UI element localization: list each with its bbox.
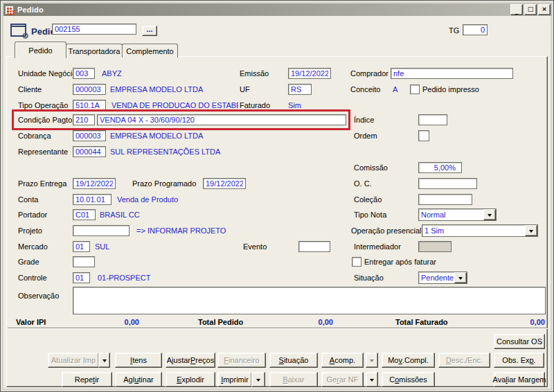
cliente-desc: EMPRESA MODELO LTDA [110,85,203,93]
aglutinar-button[interactable]: Aglutinar [115,372,162,387]
obs-exp-button[interactable]: Obs. Exp. [494,353,544,368]
condicao-pagto-desc-input[interactable] [97,114,346,125]
close-button[interactable]: × [538,4,551,15]
faturado-label: Faturado [240,101,270,109]
mercado-input[interactable] [73,241,90,252]
comissao-input[interactable] [418,162,462,173]
cobranca-label: Cobrança [18,132,51,140]
minimize-button[interactable]: _ [510,4,523,15]
comissao-label: Comissão [354,163,388,172]
imprimir-dropdown-button[interactable] [251,372,265,387]
grade-input[interactable] [73,256,95,267]
chevron-down-icon [256,379,260,384]
mercado-label: Mercado [18,242,48,251]
situacao-value: Pendente [419,272,454,283]
gerar-nf-dropdown-button[interactable] [366,372,378,387]
condicao-pagto-input[interactable] [73,114,95,125]
projeto-hint: => INFORMAR PROJETO [136,226,226,235]
order-lookup-button[interactable]: ... [142,26,157,36]
operacao-presencial-dropdown-button[interactable] [525,225,537,236]
pedido-window: Pedido _ □ × ⚙ Pedido ... TG Pedido Tran… [0,0,554,392]
chevron-down-icon [458,277,463,282]
conta-desc: Venda de Produto [117,195,178,204]
mercado-desc: SUL [95,242,109,251]
oc-label: O. C. [354,179,372,188]
cliente-input[interactable] [73,84,106,95]
comissoes-button[interactable]: Comissões [382,372,435,387]
gear-icon: ⚙ [21,32,29,40]
cobranca-desc: EMPRESA MODELO LTDA [110,132,203,140]
tipo-nota-select[interactable]: Normal [418,208,497,221]
valor-ipi-value: 0,00 [98,318,139,326]
tipo-operacao-input[interactable] [73,100,106,111]
portador-input[interactable] [73,209,96,220]
observacao-label: Observação [18,292,59,300]
ellipsis-icon: ... [146,25,152,33]
situacao-button[interactable]: Situação [269,353,318,368]
mov-compl-button[interactable]: Mov.Compl. [382,353,435,368]
observacao-textarea[interactable] [73,287,546,314]
atualizar-imp-dropdown-button[interactable] [98,353,110,368]
tipo-nota-value: Normal [419,209,483,220]
conta-input[interactable] [73,194,111,205]
emissao-input[interactable] [288,68,331,79]
entregar-apos-faturar-checkbox[interactable] [352,257,361,267]
prazo-programado-input[interactable] [203,178,246,189]
unidade-negocio-input[interactable] [73,68,95,79]
representante-input[interactable] [73,146,106,157]
indice-input[interactable] [418,114,447,125]
tipo-nota-dropdown-button[interactable] [483,209,496,220]
repetir-button[interactable]: Repetir [62,372,112,387]
unidade-negocio-label: Unidade Negócio [18,69,76,78]
oc-input[interactable] [418,178,477,189]
tab-transportadora[interactable]: Transportadora [66,44,123,57]
consultar-os-button[interactable]: Consultar OS [494,334,545,349]
itens-button[interactable]: Itens [115,353,162,368]
faturado-value: Sim [288,101,301,109]
tab-pedido-label: Pedido [28,46,52,55]
order-number-input[interactable] [52,24,136,35]
tab-pedido[interactable]: Pedido [15,42,66,58]
baixar-button: Baixar [269,372,318,387]
uf-input[interactable] [288,84,312,95]
operacao-presencial-select[interactable]: 1 Sim [422,224,538,237]
maximize-button[interactable]: □ [524,4,537,15]
chevron-down-icon [529,230,533,235]
chevron-down-icon [370,359,374,364]
acomp-dropdown-button[interactable] [366,353,378,368]
projeto-input[interactable] [73,225,129,236]
controle-input[interactable] [73,272,90,283]
total-faturado-label: Total Faturado [395,318,448,326]
comprador-input[interactable] [391,68,513,79]
order-form-icon: ⚙ [10,24,26,37]
representante-label: Representante [18,148,68,156]
conta-label: Conta [18,195,38,204]
cobranca-input[interactable] [73,130,106,141]
tipo-operacao-label: Tipo Operação [18,101,68,109]
valor-ipi-label: Valor IPI [16,318,46,326]
avaliar-margem-button[interactable]: Avaliar Margem [494,372,545,387]
chevron-down-icon [370,379,374,384]
colecao-input[interactable] [418,194,472,205]
tab-complemento[interactable]: Complemento [122,44,178,57]
evento-input[interactable] [298,241,330,252]
representante-desc: SUL REPRESENTAÇÕES LTDA [110,148,220,156]
explodir-button[interactable]: Explodir [166,372,215,387]
total-faturado-value: 0,00 [503,318,545,326]
condicao-pagto-label: Condição Pagto. [18,116,74,124]
gerar-nf-button: Gerar NF [321,372,364,387]
tab-complemento-label: Complemento [126,47,173,55]
situacao-dropdown-button[interactable] [454,272,467,283]
ordem-input[interactable] [418,130,429,141]
pedido-impresso-checkbox[interactable] [410,84,420,94]
pedido-impresso-label: Pedido impresso [422,85,479,93]
ajustar-precos-button[interactable]: Ajustar Preços [166,353,215,368]
chevron-down-icon [488,214,492,219]
situacao-select[interactable]: Pendente [418,271,467,284]
prazo-entrega-input[interactable] [73,178,116,189]
imprimir-button[interactable]: Imprimir [217,372,252,387]
tg-input[interactable] [463,24,488,35]
minimize-icon: _ [515,8,519,15]
acomp-button[interactable]: Acomp. [321,353,364,368]
intermediador-label: Intermediador [354,242,401,251]
